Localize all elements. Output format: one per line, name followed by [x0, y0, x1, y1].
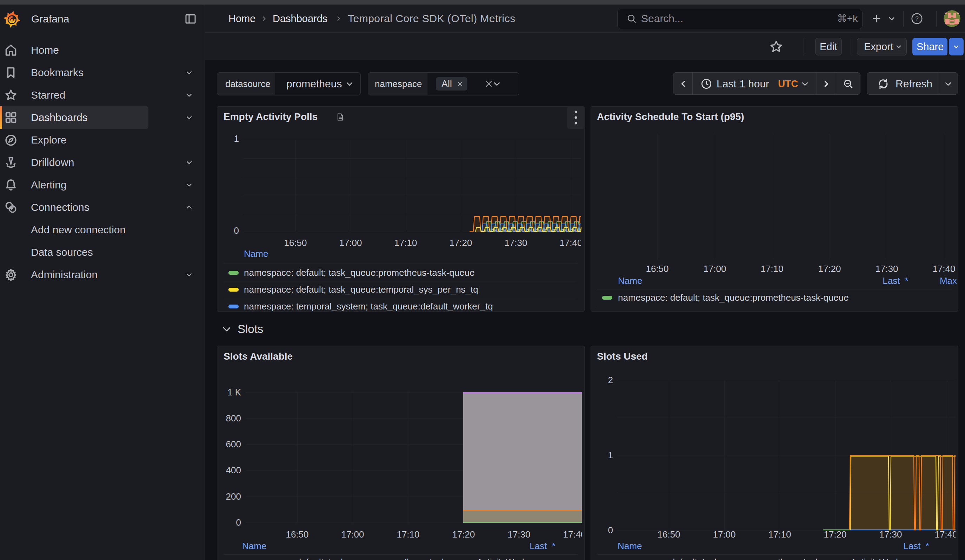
- svg-text:?: ?: [915, 15, 918, 22]
